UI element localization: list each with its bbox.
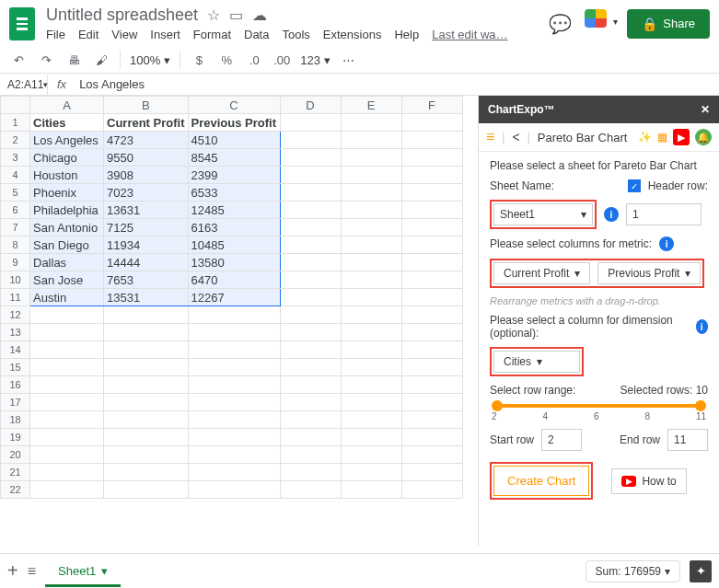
cell[interactable] [401,289,462,306]
cell[interactable] [30,341,104,359]
cell[interactable] [104,464,189,481]
row-header[interactable]: 7 [1,219,30,236]
cell[interactable] [341,429,401,446]
cell[interactable] [280,359,341,376]
col-header[interactable]: E [341,97,401,114]
paint-format-icon[interactable]: 🖌 [92,53,110,67]
cell[interactable] [280,289,341,306]
cell[interactable] [30,446,104,464]
quicksum-display[interactable]: Sum: 176959 ▾ [586,560,680,582]
cell[interactable] [401,149,462,167]
cell[interactable]: 12485 [188,202,280,219]
cell[interactable] [280,271,341,289]
cell[interactable] [188,341,280,359]
cell[interactable] [30,394,104,411]
cell[interactable] [341,236,401,254]
cell[interactable]: Houston [30,167,104,184]
cell[interactable] [280,236,341,254]
cell[interactable] [30,481,104,499]
cell[interactable] [188,429,280,446]
cell[interactable] [401,481,462,499]
menu-file[interactable]: File [46,28,65,41]
row-header[interactable]: 8 [1,236,30,254]
cell[interactable] [401,446,462,464]
fx-icon[interactable]: fx [48,77,75,91]
info-icon[interactable]: i [604,207,619,222]
row-header[interactable]: 16 [1,376,30,394]
cell[interactable] [280,411,341,429]
cell[interactable] [188,446,280,464]
cell[interactable] [341,202,401,219]
cell[interactable] [401,184,462,202]
cell[interactable] [341,167,401,184]
row-header[interactable]: 17 [1,394,30,411]
cell[interactable] [401,411,462,429]
cell[interactable] [341,254,401,271]
cell[interactable] [280,324,341,341]
row-header[interactable]: 12 [1,306,30,324]
menu-insert[interactable]: Insert [150,28,180,41]
slider-handle-end[interactable] [695,400,706,411]
cell[interactable] [401,324,462,341]
cell[interactable] [280,394,341,411]
all-sheets-button[interactable]: ≡ [28,563,36,580]
create-chart-button[interactable]: Create Chart [493,466,589,496]
cell[interactable] [401,341,462,359]
currency-icon[interactable]: $ [190,53,208,67]
cell[interactable]: San Antonio [30,219,104,236]
cell[interactable] [104,446,189,464]
row-header[interactable]: 1 [1,114,30,132]
cell[interactable] [280,341,341,359]
cell[interactable] [401,359,462,376]
end-row-input[interactable]: 11 [667,429,708,451]
cell[interactable] [401,376,462,394]
stack-icon[interactable]: ▦ [657,131,667,144]
row-header[interactable]: 15 [1,359,30,376]
row-header[interactable]: 20 [1,446,30,464]
cell[interactable] [104,394,189,411]
cell[interactable]: 4723 [104,132,189,149]
slider-handle-start[interactable] [492,400,503,411]
more-icon[interactable]: ⋯ [340,53,358,67]
cell[interactable]: Austin [30,289,104,306]
cell[interactable]: Philadelphia [30,202,104,219]
cell[interactable] [188,464,280,481]
cell[interactable] [188,306,280,324]
cell[interactable] [341,359,401,376]
cell[interactable]: 14444 [104,254,189,271]
cell[interactable] [30,411,104,429]
cell[interactable] [104,429,189,446]
cell[interactable] [341,464,401,481]
cell[interactable] [341,376,401,394]
cell[interactable] [280,114,341,132]
cell[interactable] [30,376,104,394]
row-header[interactable]: 22 [1,481,30,499]
cell[interactable]: 12267 [188,289,280,306]
bell-icon[interactable]: 🔔 [695,129,712,145]
cell[interactable] [341,341,401,359]
cell[interactable] [341,411,401,429]
cell[interactable]: 13531 [104,289,189,306]
row-header[interactable]: 6 [1,202,30,219]
meet-button[interactable]: ▾ [585,9,614,39]
cell[interactable] [104,481,189,499]
sheet-tab[interactable]: Sheet1 ▾ [45,559,121,583]
cell[interactable]: San Jose [30,271,104,289]
wand-icon[interactable]: ✨ [638,131,652,144]
cell[interactable] [280,219,341,236]
row-range-slider[interactable]: 2 4 6 8 11 [490,404,708,421]
row-header[interactable]: 19 [1,429,30,446]
cell[interactable] [401,306,462,324]
cell[interactable] [280,132,341,149]
row-header[interactable]: 21 [1,464,30,481]
cell[interactable] [30,359,104,376]
cell[interactable] [401,271,462,289]
col-header[interactable]: A [30,97,104,114]
cell[interactable] [188,324,280,341]
cell[interactable] [30,429,104,446]
cell[interactable] [280,306,341,324]
col-header[interactable]: D [280,97,341,114]
cell[interactable]: 6163 [188,219,280,236]
row-header[interactable]: 10 [1,271,30,289]
cell[interactable] [341,219,401,236]
